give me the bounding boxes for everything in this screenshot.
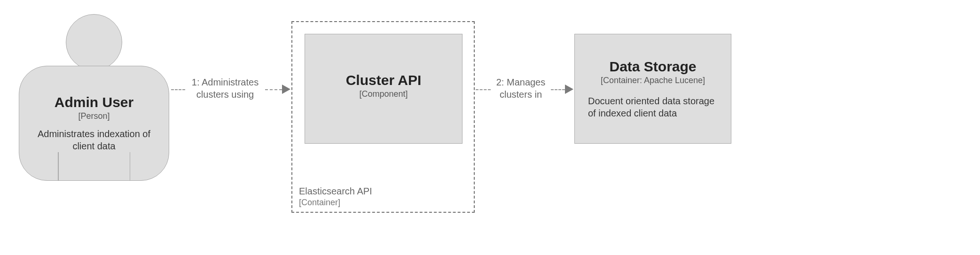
edge-1-line-right — [265, 89, 282, 90]
container-title: Elasticsearch API — [299, 185, 372, 197]
component-title: Cluster API — [346, 72, 422, 88]
actor-desc: Administrates indexation of client data — [33, 128, 155, 152]
edge-1-line-left — [171, 89, 185, 90]
actor-head-icon — [66, 14, 122, 70]
edge-1-arrow-icon — [282, 85, 290, 94]
edge-2-arrow-icon — [565, 85, 573, 94]
storage-desc: Docuent oriented data storage of indexed… — [588, 95, 718, 119]
storage-title: Data Storage — [609, 59, 696, 75]
edge-2-label: 2: Manages clusters in — [491, 76, 551, 100]
edge-1-label: 1: Administrates clusters using — [185, 76, 265, 100]
actor-subtitle: [Person] — [78, 111, 110, 121]
storage-subtitle: [Container: Apache Lucene] — [601, 76, 705, 85]
component-subtitle: [Component] — [359, 89, 408, 99]
container-subtitle: [Container] — [299, 197, 372, 208]
component-cluster-api: Cluster API [Component] — [305, 34, 463, 144]
box-data-storage: Data Storage [Container: Apache Lucene] … — [574, 34, 731, 144]
container-label: Elasticsearch API [Container] — [299, 185, 372, 208]
actor-admin-user: Admin User [Person] Administrates indexa… — [14, 14, 174, 183]
actor-body: Admin User [Person] Administrates indexa… — [19, 66, 169, 181]
edge-2-line-left — [476, 89, 491, 90]
actor-title: Admin User — [55, 94, 133, 110]
edge-2-line-right — [551, 89, 565, 90]
